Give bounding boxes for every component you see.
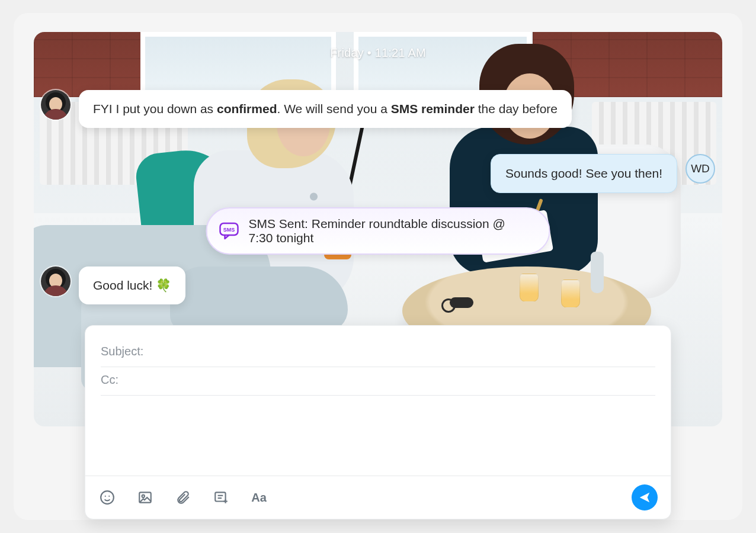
svg-rect-7 bbox=[215, 492, 225, 501]
message-text: Sounds good! See you then! bbox=[505, 166, 662, 180]
cc-input[interactable] bbox=[123, 373, 655, 387]
message-composer: Subject: Cc: bbox=[85, 325, 671, 519]
send-button[interactable] bbox=[632, 484, 658, 510]
composer-toolbar: Aa bbox=[85, 476, 671, 519]
composer-body[interactable] bbox=[85, 402, 671, 476]
recipient-avatar-initials: WD bbox=[685, 154, 715, 184]
message-text-bold: SMS reminder bbox=[391, 102, 475, 115]
image-icon[interactable] bbox=[136, 489, 154, 506]
sms-notice-text: SMS Sent: Reminder roundtable discussion… bbox=[249, 217, 531, 245]
emoji-icon[interactable] bbox=[98, 489, 116, 506]
message-bubble-incoming: FYI I put you down as confirmed. We will… bbox=[79, 90, 572, 128]
message-bubble-incoming: Good luck! 🍀 bbox=[79, 266, 185, 304]
cc-row: Cc: bbox=[101, 367, 655, 396]
svg-point-6 bbox=[142, 495, 145, 497]
svg-point-4 bbox=[108, 496, 110, 497]
subject-label: Subject: bbox=[101, 345, 143, 358]
subject-row: Subject: bbox=[101, 339, 655, 367]
message-text: FYI I put you down as bbox=[93, 102, 217, 115]
svg-point-2 bbox=[101, 491, 114, 504]
sender-avatar bbox=[41, 90, 71, 120]
conversation-timestamp: Friday • 11:21 AM bbox=[34, 46, 722, 60]
svg-text:SMS: SMS bbox=[223, 227, 235, 233]
cc-label: Cc: bbox=[101, 373, 118, 387]
message-text: Good luck! 🍀 bbox=[93, 278, 171, 292]
subject-input[interactable] bbox=[148, 345, 655, 358]
svg-point-3 bbox=[105, 496, 106, 497]
format-icon[interactable]: Aa bbox=[250, 489, 268, 506]
message-text-bold: confirmed bbox=[217, 102, 277, 115]
sms-icon: SMS bbox=[219, 222, 239, 240]
snippet-icon[interactable] bbox=[212, 489, 230, 506]
message-text: . We will send you a bbox=[277, 102, 390, 115]
sms-sent-notice: SMS SMS Sent: Reminder roundtable discus… bbox=[206, 207, 550, 255]
app-frame: Friday • 11:21 AM FYI I put you down as … bbox=[14, 13, 742, 520]
message-bubble-outgoing: Sounds good! See you then! bbox=[491, 154, 677, 193]
message-text: the day before bbox=[475, 102, 558, 115]
sender-avatar bbox=[41, 266, 71, 296]
attachment-icon[interactable] bbox=[174, 489, 192, 506]
